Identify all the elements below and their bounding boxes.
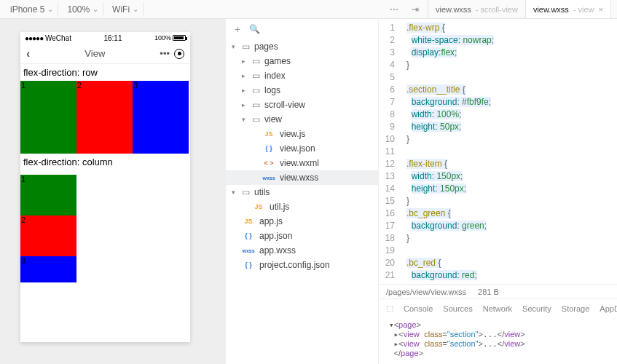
- device-frame: ●●●●● WeChat 16:11 100% ‹ View •••: [20, 32, 190, 342]
- top-toolbar: iPhone 5 ⌄ 100% ⌄ WiFi ⌄ ⋯ ⇥ view.wxss -…: [0, 0, 617, 19]
- wxml-icon: < >: [262, 159, 275, 167]
- twisty-icon: ▾: [242, 116, 248, 123]
- tree-node[interactable]: { }app.json: [226, 229, 378, 243]
- twisty-icon: ▸: [242, 87, 248, 94]
- chevron-down-icon: ⌄: [93, 5, 98, 13]
- close-icon[interactable]: ×: [599, 5, 603, 14]
- tree-node[interactable]: ▾▭utils: [226, 185, 378, 199]
- tree-node[interactable]: ▾▭pages: [226, 39, 378, 54]
- signal-icon: ●●●●●: [25, 34, 43, 42]
- json-icon: { }: [242, 232, 255, 240]
- editor-panel: 1234567891011121314151617181920212223242…: [379, 19, 617, 364]
- carrier-label: WeChat: [45, 34, 71, 42]
- flex-col-demo: 1 2 3: [20, 175, 190, 282]
- json-icon: { }: [262, 145, 275, 152]
- twisty-icon: ▾: [232, 43, 237, 50]
- folder-icon: ▭: [252, 56, 260, 66]
- device-select[interactable]: iPhone 5 ⌄: [6, 2, 58, 17]
- devtools-tab-sources[interactable]: Sources: [443, 304, 472, 313]
- twisty-icon: ▸: [242, 101, 248, 108]
- file-explorer: + 🔍 ▾▭pages▸▭games▸▭index▸▭logs▸▭scroll-…: [226, 19, 379, 364]
- block-blue: 3: [133, 81, 189, 154]
- tree-node[interactable]: ▸▭scroll-view: [226, 98, 378, 112]
- twisty-icon: ▸: [242, 58, 248, 65]
- wxss-icon: wxss: [242, 248, 255, 253]
- editor-tab[interactable]: view.wxss - scroll-view: [428, 0, 526, 18]
- file-size: 281 B: [478, 288, 499, 296]
- devtools-tabs: ⬚ ConsoleSourcesNetworkSecurityStorageAp…: [379, 298, 617, 317]
- tree-node[interactable]: wxssview.wxss: [226, 170, 378, 185]
- editor-tab[interactable]: view.wxss - view×: [526, 0, 611, 18]
- editor-tabs: view.wxss - scroll-viewview.wxss - view×: [428, 0, 611, 18]
- folder-icon: ▭: [252, 100, 260, 110]
- tree-node[interactable]: ▸▭games: [226, 54, 378, 68]
- file-path: /pages/view/view.wxss: [386, 288, 466, 296]
- devtools-tab-security[interactable]: Security: [522, 304, 551, 313]
- tree-node[interactable]: { }project.config.json: [226, 258, 378, 272]
- section-title: flex-direction: column: [20, 154, 190, 170]
- wxml-panel[interactable]: ▾<page> ▸<view class="section">...</view…: [379, 317, 617, 364]
- more-icon[interactable]: •••: [160, 48, 170, 59]
- block-green: 1: [20, 81, 76, 154]
- network-select-label: WiFi: [112, 4, 130, 15]
- split-icon[interactable]: ⇥: [407, 4, 423, 15]
- code-editor[interactable]: 1234567891011121314151617181920212223242…: [379, 19, 617, 284]
- more-icon[interactable]: ⋯: [385, 4, 403, 15]
- flex-row-demo: 1 2 3: [20, 81, 190, 154]
- page-content: flex-direction: row 1 2 3 flex-direction…: [20, 64, 190, 282]
- editor-status: /pages/view/view.wxss 281 B: [379, 284, 617, 298]
- block-red: 2: [76, 81, 133, 154]
- js-icon: JS: [242, 218, 255, 225]
- page-title: View: [30, 48, 160, 59]
- block-green: 1: [20, 175, 76, 215]
- block-red: 2: [20, 215, 76, 256]
- devtools-tab-network[interactable]: Network: [483, 304, 512, 313]
- clock-label: 16:11: [103, 34, 122, 42]
- nav-bar: ‹ View •••: [20, 44, 190, 64]
- status-bar: ●●●●● WeChat 16:11 100%: [20, 32, 190, 44]
- inspect-icon[interactable]: ⬚: [386, 304, 393, 313]
- folder-icon: ▭: [242, 41, 250, 52]
- twisty-icon: ▸: [242, 72, 248, 79]
- devtools-tab-storage[interactable]: Storage: [562, 304, 590, 313]
- tree-node[interactable]: < >view.wxml: [226, 156, 378, 170]
- tree-node[interactable]: ▸▭logs: [226, 83, 378, 98]
- chevron-down-icon: ⌄: [133, 5, 138, 13]
- folder-icon: ▭: [252, 85, 260, 95]
- tree-node[interactable]: wxssapp.wxss: [226, 243, 378, 258]
- wxss-icon: wxss: [262, 175, 275, 181]
- zoom-select-label: 100%: [67, 4, 90, 15]
- battery-icon: 100%: [154, 34, 186, 41]
- chevron-down-icon: ⌄: [47, 5, 53, 13]
- add-file-icon[interactable]: +: [235, 23, 240, 35]
- folder-icon: ▭: [242, 187, 250, 197]
- tree-node[interactable]: JSview.js: [226, 127, 378, 141]
- tree-node[interactable]: JSutil.js: [226, 199, 378, 214]
- tree-node[interactable]: JSapp.js: [226, 214, 378, 229]
- twisty-icon: ▾: [232, 189, 237, 196]
- zoom-select[interactable]: 100% ⌄: [63, 2, 103, 17]
- json-icon: { }: [242, 261, 255, 269]
- folder-icon: ▭: [252, 114, 260, 124]
- tree-node[interactable]: { }view.json: [226, 141, 378, 156]
- devtools-tab-appdata[interactable]: AppData: [600, 304, 617, 313]
- tree-node[interactable]: ▾▭view: [226, 112, 378, 127]
- tree-node[interactable]: ▸▭index: [226, 68, 378, 83]
- js-icon: JS: [262, 130, 275, 138]
- device-select-label: iPhone 5: [10, 4, 44, 15]
- block-blue: 3: [20, 256, 76, 282]
- target-icon[interactable]: [174, 49, 184, 59]
- network-select[interactable]: WiFi ⌄: [108, 2, 144, 17]
- search-icon[interactable]: 🔍: [249, 24, 260, 34]
- simulator-panel: ●●●●● WeChat 16:11 100% ‹ View •••: [0, 19, 226, 364]
- folder-icon: ▭: [252, 71, 260, 81]
- js-icon: JS: [252, 203, 265, 210]
- devtools-tab-console[interactable]: Console: [404, 304, 433, 313]
- section-title: flex-direction: row: [20, 64, 190, 81]
